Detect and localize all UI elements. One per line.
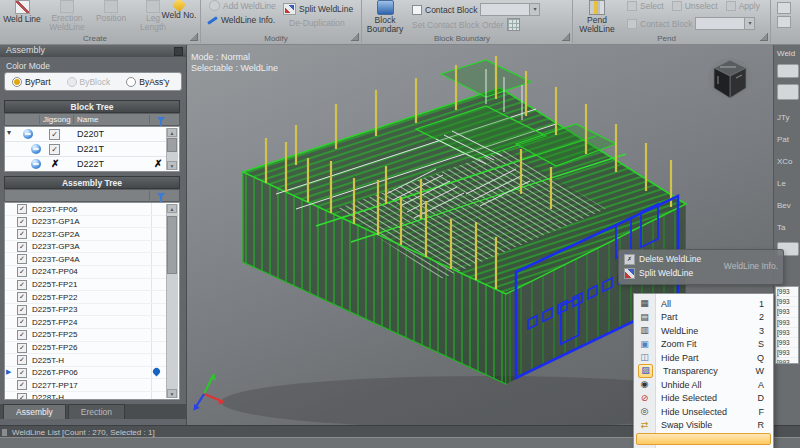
scroll-up-button[interactable]: ▲ [167, 128, 177, 137]
tab-erection[interactable]: Erection [68, 404, 125, 419]
excluded-x-icon[interactable]: ✗ [51, 158, 59, 169]
weld-no-button[interactable]: Weld No. [160, 0, 198, 20]
list-item[interactable]: ▶ ✓ D225T-H [5, 354, 179, 367]
list-item[interactable]: ▶ ✓ D225T-FP21 [5, 279, 179, 292]
list-item[interactable]: [993 [776, 358, 798, 364]
context-menu-item[interactable]: ▦ All 1 [634, 297, 773, 311]
context-menu-item[interactable]: ⊘ Hide Selected D [634, 392, 773, 406]
context-menu-item[interactable]: ▨ Transparency W [634, 365, 773, 379]
list-item[interactable]: ▶ ✓ D223T-GP4A [5, 253, 179, 266]
checkbox-icon[interactable]: ✓ [17, 229, 27, 239]
right-panel-button[interactable] [777, 64, 799, 78]
checkbox-icon[interactable]: ✓ [17, 330, 27, 340]
list-item[interactable]: ▶ ✓ D225T-FP22 [5, 291, 179, 304]
checkbox-icon[interactable]: ✓ [17, 343, 27, 353]
assembly-tree-header[interactable]: Assembly Tree [4, 176, 180, 189]
weldline-id-list[interactable]: [993[993[993[993[993[993[993[993 [775, 286, 799, 364]
block-boundary-button[interactable]: Block Boundary [364, 0, 406, 34]
list-item[interactable]: ▶ ✓ D228T-H [5, 392, 179, 400]
context-menu-item[interactable]: ▥ WeldLine 3 [634, 324, 773, 338]
context-menu-partial-item[interactable] [636, 433, 771, 445]
contact-block-combo[interactable]: ▾ [480, 3, 540, 16]
list-item[interactable]: ▶ ✓ D223T-GP2A [5, 228, 179, 241]
add-weldline-button[interactable]: Add WeldLine [209, 0, 276, 11]
partial-button-2[interactable] [777, 16, 791, 28]
checkbox-icon[interactable]: ✓ [17, 217, 27, 227]
list-item[interactable]: ▶ ✓ D225T-FP24 [5, 316, 179, 329]
weld-line-button[interactable]: Weld Line [2, 0, 42, 24]
chevron-down-icon[interactable]: ▾ [744, 18, 754, 29]
chevron-down-icon[interactable]: ▾ [529, 4, 539, 15]
list-item[interactable]: ▶ ✓ D225T-FP26 [5, 342, 179, 355]
select-checkbox[interactable] [627, 1, 637, 11]
view-cube[interactable] [706, 54, 754, 102]
list-item[interactable]: ▶ ✓ D227T-PP17 [5, 379, 179, 392]
context-menu-item[interactable]: ▣ Zoom Fit S [634, 338, 773, 352]
checkbox-icon[interactable]: ✓ [49, 129, 60, 140]
context-menu-item[interactable]: ⇄ Swap Visible R [634, 419, 773, 433]
block-tree-scrollbar[interactable]: ▲ ▼ [166, 128, 178, 170]
list-item[interactable]: ▶ ✓ D225T-FP23 [5, 304, 179, 317]
pend-contact-block-checkbox[interactable] [627, 19, 637, 29]
radio-by-assy[interactable]: ByAss'y [126, 77, 169, 87]
scroll-down-button[interactable]: ▼ [167, 161, 177, 170]
assembly-list-scrollbar[interactable]: ▲ ▼ [166, 204, 178, 398]
table-row[interactable]: ▾ ✓ D220T [5, 127, 179, 142]
checkbox-icon[interactable]: ✓ [17, 355, 27, 365]
weldline-info-button[interactable]: WeldLine Info. [207, 15, 275, 25]
position-button[interactable]: Position [92, 0, 130, 23]
checkbox-icon[interactable]: ✓ [17, 393, 27, 400]
weldline-info-ghost[interactable]: WeldLine Info. [724, 261, 778, 271]
checkbox-icon[interactable]: ✓ [17, 254, 27, 264]
filter-icon[interactable] [157, 117, 165, 122]
checkbox-icon[interactable]: ✓ [17, 242, 27, 252]
checkbox-icon[interactable]: ✓ [17, 380, 27, 390]
select-option[interactable]: Select [627, 1, 664, 11]
list-item[interactable]: ▶ ✓ D225T-FP25 [5, 329, 179, 342]
checkbox-icon[interactable]: ✓ [17, 292, 27, 302]
checkbox-icon[interactable]: ✓ [17, 317, 27, 327]
tab-assembly[interactable]: Assembly [3, 404, 66, 419]
list-item[interactable]: [993 [776, 338, 798, 348]
list-item[interactable]: [993 [776, 307, 798, 317]
contact-block-checkbox[interactable] [412, 5, 422, 15]
list-item[interactable]: [993 [776, 348, 798, 358]
apply-checkbox[interactable] [726, 1, 736, 11]
list-item[interactable]: ▶ ✓ D226T-PP06 [5, 367, 179, 380]
context-menu-item[interactable]: ▤ Part 2 [634, 311, 773, 325]
pend-contact-block-combo[interactable]: ▾ [695, 17, 755, 30]
list-item[interactable]: ▶ ✓ D223T-FP06 [5, 203, 179, 216]
block-tree-header[interactable]: Block Tree [4, 100, 180, 113]
expander-icon[interactable]: ▾ [7, 128, 11, 137]
checkbox-icon[interactable]: ✓ [17, 267, 27, 277]
apply-option[interactable]: Apply [726, 1, 760, 11]
panel-close-button[interactable] [174, 47, 183, 56]
list-item[interactable]: [993 [776, 318, 798, 328]
modify-dialog-launcher[interactable] [351, 33, 359, 41]
unselect-checkbox[interactable] [672, 1, 682, 11]
scroll-up-button[interactable]: ▲ [167, 204, 177, 213]
list-item[interactable]: [993 [776, 287, 798, 297]
create-dialog-launcher[interactable] [190, 33, 198, 41]
scroll-down-button[interactable]: ▼ [167, 389, 177, 398]
pend-dialog-launcher[interactable] [760, 33, 768, 41]
split-weldline-button[interactable]: Split WeldLine [283, 3, 353, 15]
context-menu-item[interactable]: ◎ Hide Unselected F [634, 405, 773, 419]
checkbox-icon[interactable]: ✓ [17, 204, 27, 214]
partial-button-1[interactable] [777, 2, 791, 14]
context-menu-item[interactable]: ◫ Hide Part Q [634, 351, 773, 365]
de-duplication-button[interactable]: De-Duplication [289, 18, 345, 28]
scrollbar-thumb[interactable] [167, 138, 177, 152]
radio-by-part[interactable]: ByPart [12, 77, 51, 87]
pend-weldline-button[interactable]: Pend WeldLine [575, 0, 619, 34]
unselect-option[interactable]: Unselect [672, 1, 718, 11]
set-contact-block-order-button[interactable]: Set Contact Block Order [412, 18, 520, 31]
table-row[interactable]: ✗ D222T ✗ [5, 157, 179, 172]
context-menu-item[interactable]: ◉ Unhide All A [634, 378, 773, 392]
checkbox-icon[interactable]: ✓ [49, 144, 60, 155]
erection-weldline-button[interactable]: Erection WeldLine [44, 0, 90, 32]
list-item[interactable]: ▶ ✓ D223T-GP3A [5, 241, 179, 254]
radio-by-block[interactable]: ByBlock [67, 77, 111, 87]
contact-block-checkbox-row[interactable]: Contact Block ▾ [412, 3, 540, 16]
pend-contact-block-row[interactable]: Contact Block ▾ [627, 17, 755, 30]
